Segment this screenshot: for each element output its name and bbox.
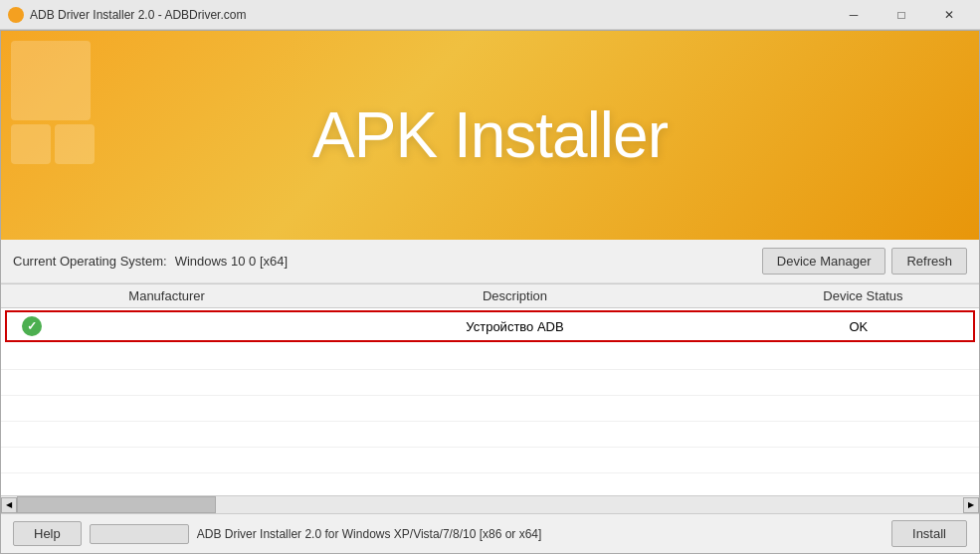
footer-info-text: ADB Driver Installer 2.0 for Windows XP/… [197, 527, 883, 541]
table-body: ✓ Устройство ADB OK [1, 308, 979, 495]
empty-row-2 [1, 370, 979, 396]
empty-row-1 [1, 344, 979, 370]
col-manufacturer-header: Manufacturer [51, 288, 283, 303]
row-description: Устройство ADB [286, 319, 744, 334]
maximize-button[interactable]: □ [879, 0, 924, 30]
row-status: OK [744, 319, 973, 334]
title-bar: ADB Driver Installer 2.0 - ADBDriver.com… [0, 0, 980, 30]
col-icon-header [1, 288, 51, 303]
refresh-button[interactable]: Refresh [891, 248, 967, 275]
table-header: Manufacturer Description Device Status [1, 284, 979, 308]
install-button[interactable]: Install [891, 520, 967, 547]
minimize-button[interactable]: ─ [831, 0, 877, 30]
title-bar-text: ADB Driver Installer 2.0 - ADBDriver.com [30, 8, 831, 22]
progress-bar-container [90, 524, 189, 544]
os-label: Current Operating System: [13, 254, 167, 269]
title-bar-buttons: ─ □ ✕ [831, 0, 972, 30]
scroll-thumb[interactable] [17, 496, 216, 513]
banner: APK Installer [1, 31, 979, 240]
banner-square-row [11, 124, 95, 164]
banner-title: APK Installer [312, 98, 668, 172]
empty-row-4 [1, 422, 979, 448]
scroll-track[interactable] [17, 496, 963, 513]
info-buttons: Device Manager Refresh [762, 248, 967, 275]
banner-square-sm2 [55, 124, 95, 164]
checkmark-icon: ✓ [22, 316, 42, 336]
help-button[interactable]: Help [13, 521, 82, 546]
os-value: Windows 10 0 [x64] [175, 254, 754, 269]
app-icon [8, 7, 24, 23]
device-table: Manufacturer Description Device Status ✓… [1, 283, 979, 513]
banner-decoration [11, 41, 95, 164]
banner-square-sm1 [11, 124, 51, 164]
footer: Help ADB Driver Installer 2.0 for Window… [1, 513, 979, 553]
table-row[interactable]: ✓ Устройство ADB OK [5, 310, 975, 342]
device-manager-button[interactable]: Device Manager [762, 248, 886, 275]
horizontal-scrollbar[interactable]: ◀ ▶ [1, 495, 979, 513]
row-status-icon: ✓ [7, 316, 57, 336]
scroll-left-arrow[interactable]: ◀ [1, 497, 17, 513]
close-button[interactable]: ✕ [926, 0, 972, 30]
col-description-header: Description [283, 288, 747, 303]
main-window: APK Installer Current Operating System: … [0, 30, 980, 554]
scroll-right-arrow[interactable]: ▶ [963, 497, 979, 513]
col-status-header: Device Status [747, 288, 979, 303]
banner-square-large [11, 41, 91, 120]
empty-row-5 [1, 448, 979, 473]
info-bar: Current Operating System: Windows 10 0 [… [1, 240, 979, 283]
empty-row-3 [1, 396, 979, 422]
